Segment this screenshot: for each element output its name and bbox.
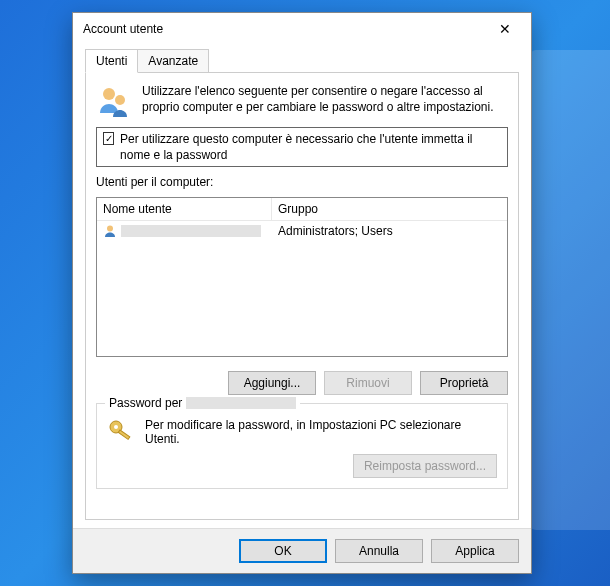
- column-group[interactable]: Gruppo: [272, 198, 507, 220]
- cancel-button[interactable]: Annulla: [335, 539, 423, 563]
- intro-text: Utilizzare l'elenco seguente per consent…: [142, 83, 508, 119]
- cell-group: Administrators; Users: [272, 222, 507, 240]
- close-button[interactable]: ✕: [485, 15, 525, 43]
- apply-button[interactable]: Applica: [431, 539, 519, 563]
- password-group: Password per Per modificare la password,…: [96, 403, 508, 489]
- svg-point-4: [114, 425, 118, 429]
- svg-point-1: [115, 95, 125, 105]
- user-icon: [103, 224, 117, 238]
- cell-username: [97, 222, 272, 240]
- tab-advanced[interactable]: Avanzate: [137, 49, 209, 72]
- password-user-redacted: [186, 397, 296, 409]
- listview-header: Nome utente Gruppo: [97, 198, 507, 221]
- tab-users[interactable]: Utenti: [85, 49, 138, 73]
- listview-body: Administrators; Users: [97, 221, 507, 356]
- tab-users-label: Utenti: [96, 54, 127, 68]
- user-accounts-dialog: Account utente ✕ Utenti Avanzate Utili: [72, 12, 532, 574]
- tab-advanced-label: Avanzate: [148, 54, 198, 68]
- svg-point-0: [103, 88, 115, 100]
- key-icon: [107, 418, 135, 446]
- close-icon: ✕: [499, 21, 511, 37]
- dialog-body: Utenti Avanzate Utilizzare l'elenco segu…: [73, 45, 531, 528]
- require-password-checkbox[interactable]: ✓ Per utilizzare questo computer è neces…: [96, 127, 508, 167]
- require-password-label: Per utilizzare questo computer è necessa…: [120, 131, 501, 163]
- password-group-label: Password per: [105, 396, 300, 410]
- tab-strip: Utenti Avanzate: [85, 49, 519, 73]
- properties-button[interactable]: Proprietà: [420, 371, 508, 395]
- intro-row: Utilizzare l'elenco seguente per consent…: [96, 83, 508, 119]
- table-row[interactable]: Administrators; Users: [97, 221, 507, 241]
- tab-content-users: Utilizzare l'elenco seguente per consent…: [85, 73, 519, 520]
- users-icon: [96, 83, 132, 119]
- ok-button[interactable]: OK: [239, 539, 327, 563]
- background-window: [530, 50, 610, 530]
- window-title: Account utente: [83, 22, 485, 36]
- password-text: Per modificare la password, in Impostazi…: [145, 418, 497, 446]
- user-buttons-row: Aggiungi... Rimuovi Proprietà: [96, 371, 508, 395]
- svg-point-2: [107, 226, 113, 232]
- svg-rect-5: [118, 430, 130, 439]
- titlebar: Account utente ✕: [73, 13, 531, 45]
- remove-button: Rimuovi: [324, 371, 412, 395]
- dialog-footer: OK Annulla Applica: [73, 528, 531, 573]
- user-listview[interactable]: Nome utente Gruppo Administrators; Users: [96, 197, 508, 357]
- column-username[interactable]: Nome utente: [97, 198, 272, 220]
- checkbox-icon: ✓: [103, 132, 114, 145]
- username-redacted: [121, 225, 261, 237]
- userlist-caption: Utenti per il computer:: [96, 175, 508, 189]
- add-button[interactable]: Aggiungi...: [228, 371, 316, 395]
- reset-password-button: Reimposta password...: [353, 454, 497, 478]
